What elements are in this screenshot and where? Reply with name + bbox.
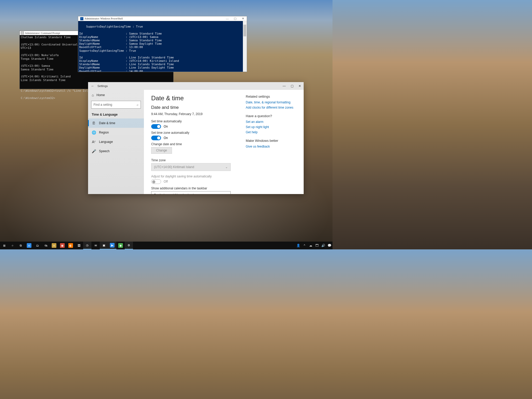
ps-body[interactable]: SupportsDaylightSavingTime : True Id : S…: [78, 21, 247, 72]
settings-main: Date & time Date and time 9:44 AM, Thurs…: [151, 95, 235, 191]
timezone-value: (UTC+14:00) Kiritimati Island: [154, 165, 194, 169]
link-set-alarm[interactable]: Set an alarm: [246, 120, 296, 124]
maximize-button[interactable]: ▢: [231, 16, 239, 21]
nav-label: Date & time: [99, 121, 115, 125]
have-question-title: Have a question?: [246, 114, 296, 118]
taskbar-firefox[interactable]: ◐: [66, 242, 75, 249]
search-placeholder: Find a setting: [94, 103, 112, 107]
taskbar-app1[interactable]: ≡: [50, 242, 58, 249]
clock-icon: ◷: [85, 243, 90, 248]
timezone-dropdown[interactable]: (UTC+14:00) Kiritimati Island ⌄: [151, 163, 231, 171]
related-settings-title: Related settings: [246, 95, 296, 98]
link-add-clocks[interactable]: Add clocks for different time zones: [246, 106, 296, 109]
sidebar-item-home[interactable]: ⌂ Home: [88, 91, 144, 99]
chevron-down-icon: ⌄: [225, 165, 228, 169]
nav-label: Region: [99, 131, 109, 134]
powershell-icon: ▶: [110, 243, 115, 248]
scrollbar-thumb[interactable]: [243, 25, 246, 36]
additional-calendars-value: Don't show additional calendars: [154, 193, 198, 194]
taskbar-explorer[interactable]: 🗂: [33, 242, 42, 249]
link-feedback[interactable]: Give us feedback: [246, 145, 296, 148]
photos-icon: 🖼: [77, 243, 81, 248]
timezone-label: Time zone: [151, 158, 235, 162]
sidebar-item-region[interactable]: 🌐Region: [88, 128, 144, 137]
powershell-window[interactable]: > Administrator: Windows PowerShell — ▢ …: [78, 16, 247, 72]
mail-icon: ✉: [93, 243, 98, 248]
search-icon: ⌕: [137, 103, 138, 107]
taskbar-store[interactable]: 🛍: [42, 242, 50, 249]
language-icon: Aᶻ: [92, 140, 96, 144]
app1-icon: ≡: [52, 243, 56, 248]
toggle-state: Off: [164, 180, 168, 183]
tray-icon-3[interactable]: 🗔: [314, 242, 320, 249]
settings-titlebar[interactable]: ← Settings — ▢ ✕: [88, 82, 304, 90]
taskbar-cortana[interactable]: ○: [8, 242, 17, 249]
taskbar-clock[interactable]: ◷: [83, 242, 91, 249]
search-input[interactable]: Find a setting ⌕: [91, 101, 141, 109]
speech-icon: 🎤: [92, 149, 96, 153]
app2-icon: ◆: [118, 243, 123, 248]
link-night-light[interactable]: Set up night light: [246, 125, 296, 129]
change-datetime-label: Change date and time: [151, 142, 235, 146]
settings-aside: Related settings Date, time, & regional …: [246, 95, 296, 191]
taskview-icon: ⧉: [18, 243, 23, 248]
taskbar-powershell[interactable]: ▶: [108, 242, 116, 249]
back-button[interactable]: ←: [88, 84, 97, 88]
additional-calendars-dropdown[interactable]: Don't show additional calendars ⌄: [151, 191, 231, 194]
sidebar-item-language[interactable]: AᶻLanguage: [88, 137, 144, 147]
sidebar-category: Time & Language: [88, 110, 144, 118]
additional-calendars-label: Show additional calendars in the taskbar: [151, 187, 235, 190]
settings-sidebar: ⌂ Home Find a setting ⌕ Time & Language …: [88, 90, 144, 194]
make-better-title: Make Windows better: [246, 139, 296, 143]
cmd-title: Administrator: Command Prompt: [25, 32, 60, 35]
taskbar[interactable]: ⊞○⧉e🗂🛍≡◉◐🖼◷✉▣▶◆⚙ 👤^☁🗔🔊💬: [0, 242, 332, 249]
tray-icon-1[interactable]: ^: [301, 242, 308, 249]
powershell-icon: >: [80, 17, 83, 20]
nav-label: Speech: [99, 149, 110, 153]
section-subtitle: Date and time: [151, 105, 235, 110]
sidebar-item-date-time[interactable]: 🗓Date & time: [88, 118, 144, 128]
close-button[interactable]: ✕: [296, 82, 304, 90]
taskbar-app2[interactable]: ◆: [116, 242, 125, 249]
home-icon: ⌂: [92, 93, 94, 97]
terminal-icon: [21, 31, 24, 35]
sidebar-item-speech[interactable]: 🎤Speech: [88, 147, 144, 156]
tray-icon-2[interactable]: ☁: [308, 242, 314, 249]
change-button[interactable]: Change: [151, 147, 172, 154]
settings-icon: ⚙: [127, 243, 131, 248]
close-button[interactable]: ✕: [239, 16, 247, 21]
scrollbar[interactable]: [243, 21, 247, 72]
taskbar-taskview[interactable]: ⧉: [17, 242, 25, 249]
taskbar-cmd[interactable]: ▣: [100, 242, 108, 249]
toggle-state: On: [164, 125, 168, 128]
taskbar-chrome[interactable]: ◉: [58, 242, 66, 249]
ps-title: Administrator: Windows PowerShell: [84, 17, 123, 20]
set-tz-auto-toggle[interactable]: [151, 136, 161, 140]
settings-window[interactable]: ← Settings — ▢ ✕ ⌂ Home Find a setting ⌕…: [88, 82, 304, 194]
edge-icon: e: [27, 243, 31, 248]
tray-icon-4[interactable]: 🔊: [320, 242, 326, 249]
nav-label: Language: [99, 140, 113, 144]
chevron-down-icon: ⌄: [225, 193, 228, 194]
home-label: Home: [96, 93, 105, 97]
taskbar-settings[interactable]: ⚙: [125, 242, 133, 249]
settings-app-title: Settings: [97, 84, 280, 88]
chrome-icon: ◉: [60, 243, 65, 248]
taskbar-mail[interactable]: ✉: [91, 242, 100, 249]
link-regional-formatting[interactable]: Date, time, & regional formatting: [246, 101, 296, 104]
minimize-button[interactable]: —: [223, 16, 231, 21]
start-icon: ⊞: [2, 243, 6, 248]
date-time-icon: 🗓: [92, 121, 96, 125]
taskbar-edge[interactable]: e: [25, 242, 33, 249]
maximize-button[interactable]: ▢: [288, 82, 296, 90]
tray-icon-0[interactable]: 👤: [295, 242, 301, 249]
set-time-auto-toggle[interactable]: [151, 124, 161, 129]
taskbar-photos[interactable]: 🖼: [75, 242, 83, 249]
tray-icon-5[interactable]: 💬: [326, 242, 332, 249]
minimize-button[interactable]: —: [280, 82, 288, 90]
set-time-auto-label: Set time automatically: [151, 119, 235, 123]
taskbar-start[interactable]: ⊞: [0, 242, 8, 249]
ps-titlebar[interactable]: > Administrator: Windows PowerShell — ▢ …: [78, 16, 247, 21]
store-icon: 🛍: [43, 243, 48, 248]
link-get-help[interactable]: Get help: [246, 130, 296, 134]
